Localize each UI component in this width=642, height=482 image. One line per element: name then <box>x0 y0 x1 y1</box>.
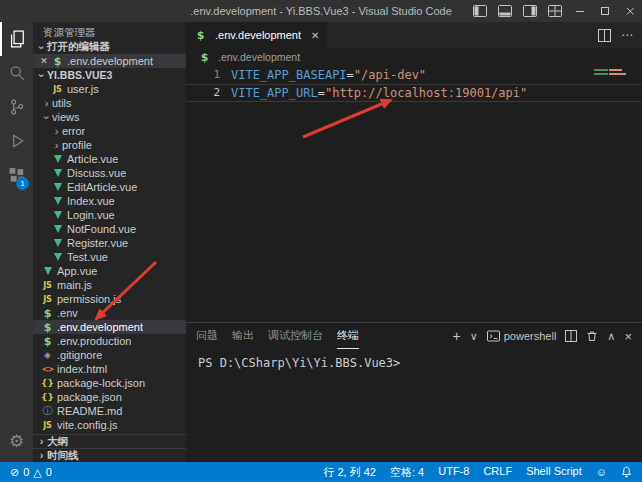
close-button[interactable] <box>617 0 642 22</box>
tree-item-Test.vue[interactable]: Test.vue <box>33 250 186 264</box>
run-debug-activity-button[interactable] <box>0 124 33 158</box>
status-item[interactable]: 空格: 4 <box>390 465 424 480</box>
terminal-dropdown-icon[interactable]: ∨ <box>470 331 478 342</box>
chevron-right-icon: › <box>51 140 62 151</box>
tree-item-profile[interactable]: ›profile <box>33 138 186 152</box>
tree-item-NotFound.vue[interactable]: NotFound.vue <box>33 222 186 236</box>
tree-item-Discuss.vue[interactable]: Discuss.vue <box>33 166 186 180</box>
feedback-smiley-icon[interactable]: ☺ <box>596 466 607 478</box>
tree-item-index.html[interactable]: <>index.html <box>33 362 186 376</box>
tree-item-Register.vue[interactable]: Register.vue <box>33 236 186 250</box>
tree-item-utils[interactable]: ›utils <box>33 96 186 110</box>
tree-item-main.js[interactable]: JSmain.js <box>33 278 186 292</box>
tree-item-EditArticle.vue[interactable]: EditArticle.vue <box>33 180 186 194</box>
tree-item-.env[interactable]: $.env <box>33 306 186 320</box>
status-item[interactable]: 行 2, 列 42 <box>323 465 376 480</box>
panel-tab[interactable]: 问题 <box>196 323 218 349</box>
panel-tab[interactable]: 终端 <box>337 323 359 349</box>
source-control-icon <box>7 97 27 117</box>
tree-item-Index.vue[interactable]: Index.vue <box>33 194 186 208</box>
source-control-activity-button[interactable] <box>0 90 33 124</box>
tree-item-Article.vue[interactable]: Article.vue <box>33 152 186 166</box>
new-terminal-icon[interactable]: + <box>453 331 461 342</box>
activity-bar: 1 ⚙ <box>0 22 33 462</box>
tree-item-.env.production[interactable]: $.env.production <box>33 334 186 348</box>
toggle-panel-icon[interactable] <box>492 0 517 22</box>
customize-layout-icon[interactable] <box>542 0 567 22</box>
main-area: 1 ⚙ 资源管理器 › 打开的编辑器 ✕ $ .env.development … <box>0 22 642 462</box>
tree-item-README.md[interactable]: ⓘREADME.md <box>33 404 186 418</box>
code-line[interactable]: 1VITE_APP_BASEAPI="/api-dev" <box>186 66 642 84</box>
settings-gear-icon[interactable]: ⚙ <box>0 424 33 458</box>
warning-icon: △ <box>33 466 41 479</box>
outline-section-header[interactable]: › 大纲 <box>33 434 186 448</box>
tree-item-label: Register.vue <box>67 237 128 249</box>
tree-item-error[interactable]: ›error <box>33 124 186 138</box>
minimize-button[interactable] <box>567 0 592 22</box>
tree-item-user.js[interactable]: JSuser.js <box>33 82 186 96</box>
error-count: 0 <box>23 466 29 478</box>
split-editor-icon[interactable] <box>598 29 611 42</box>
open-editors-header[interactable]: › 打开的编辑器 <box>33 40 186 54</box>
js-file-icon: JS <box>41 419 54 431</box>
toggle-secondary-sidebar-icon[interactable] <box>517 0 542 22</box>
search-icon <box>7 63 27 83</box>
code-lines: 1VITE_APP_BASEAPI="/api-dev"2VITE_APP_UR… <box>186 66 642 102</box>
chevron-right-icon: › <box>41 98 52 109</box>
chevron-down-icon: › <box>41 112 52 123</box>
terminal-shell-item[interactable]: powershell <box>487 330 557 342</box>
close-icon[interactable]: ✕ <box>38 56 50 66</box>
terminal-output[interactable]: PS D:\CSharp\Yi\Yi.BBS.Vue3> <box>186 349 642 462</box>
close-panel-icon[interactable]: × <box>624 331 632 342</box>
explorer-sidebar: 资源管理器 › 打开的编辑器 ✕ $ .env.development › YI… <box>33 22 186 462</box>
project-root-header[interactable]: › YI.BBS.VUE3 <box>33 68 186 82</box>
tree-item-App.vue[interactable]: App.vue <box>33 264 186 278</box>
minimap[interactable] <box>594 69 628 77</box>
breadcrumb[interactable]: $ .env.development <box>186 48 642 66</box>
close-icon[interactable]: ✕ <box>311 30 319 41</box>
tree-item-label: user.js <box>67 83 99 95</box>
toggle-sidebar-icon[interactable] <box>467 0 492 22</box>
tree-item-package.json[interactable]: {}package.json <box>33 390 186 404</box>
notifications-bell-icon[interactable] <box>621 466 632 478</box>
more-actions-icon[interactable]: ⋯ <box>621 28 633 42</box>
tab-env-development[interactable]: $ .env.development ✕ <box>186 22 327 48</box>
tree-item-package-lock.json[interactable]: {}package-lock.json <box>33 376 186 390</box>
panel-tab[interactable]: 调试控制台 <box>268 323 323 349</box>
panel-tab[interactable]: 输出 <box>232 323 254 349</box>
tree-item-label: Index.vue <box>67 195 115 207</box>
explorer-activity-button[interactable] <box>0 22 33 56</box>
line-number: 1 <box>186 67 220 83</box>
minimap-line <box>594 73 628 75</box>
tree-item-views[interactable]: ›views <box>33 110 186 124</box>
extensions-activity-button[interactable]: 1 <box>0 158 33 192</box>
timeline-section-header[interactable]: › 时间线 <box>33 448 186 462</box>
env-file-icon: $ <box>51 55 64 67</box>
code-editor[interactable]: 1VITE_APP_BASEAPI="/api-dev"2VITE_APP_UR… <box>186 66 642 322</box>
breadcrumb-item[interactable]: .env.development <box>218 51 300 63</box>
tree-item-.gitignore[interactable]: ◈.gitignore <box>33 348 186 362</box>
kill-terminal-icon[interactable] <box>586 330 598 342</box>
code-line[interactable]: 2VITE_APP_URL="http://localhost:19001/ap… <box>186 84 642 102</box>
maximize-panel-icon[interactable]: ∧ <box>607 331 615 342</box>
vue-file-icon <box>51 181 64 193</box>
search-activity-button[interactable] <box>0 56 33 90</box>
vue-file-icon <box>51 167 64 179</box>
status-item[interactable]: UTF-8 <box>438 465 469 480</box>
tree-item-Login.vue[interactable]: Login.vue <box>33 208 186 222</box>
env-file-icon: $ <box>198 51 211 63</box>
tree-item-label: .env.production <box>57 335 131 347</box>
run-debug-icon <box>7 131 27 151</box>
maximize-button[interactable] <box>592 0 617 22</box>
status-item[interactable]: CRLF <box>483 465 512 480</box>
status-item[interactable]: Shell Script <box>526 465 582 480</box>
open-editor-item[interactable]: ✕ $ .env.development <box>33 54 186 68</box>
problems-status[interactable]: ⊘ 0 △ 0 <box>10 466 52 479</box>
tree-item-.env.development[interactable]: $.env.development <box>33 320 186 334</box>
info-file-icon: ⓘ <box>41 405 54 417</box>
shell-label: powershell <box>504 330 557 342</box>
split-terminal-icon[interactable] <box>565 330 577 342</box>
tree-item-permission.js[interactable]: JSpermission.js <box>33 292 186 306</box>
tree-item-vite.config.js[interactable]: JSvite.config.js <box>33 418 186 432</box>
tree-item-label: NotFound.vue <box>67 223 136 235</box>
